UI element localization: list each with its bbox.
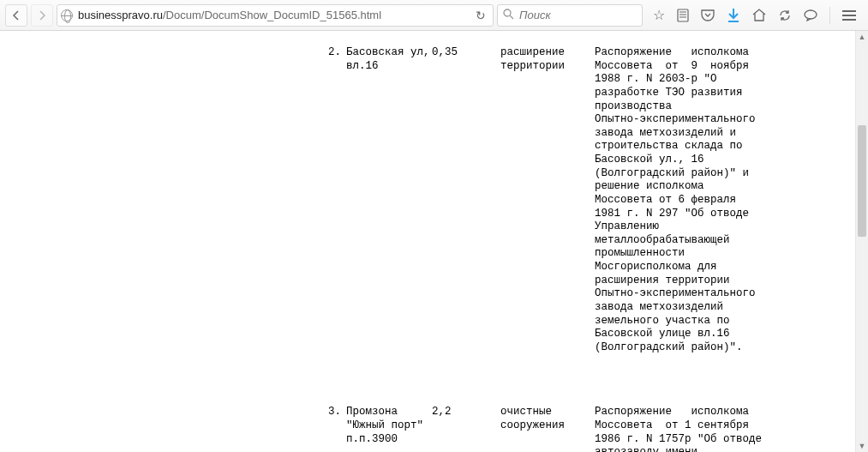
- spacer: [21, 46, 320, 354]
- row-number: 2.: [320, 46, 346, 354]
- svg-rect-2: [678, 9, 688, 21]
- table-row: 3. Промзона "Южный порт" п.п.3900 2,2 оч…: [21, 406, 847, 452]
- row-address: Промзона "Южный порт" п.п.3900: [346, 406, 432, 452]
- document-content: 2. Басовская ул, вл.16 0,35 расширение т…: [0, 31, 868, 452]
- globe-icon: [61, 9, 73, 21]
- chat-icon[interactable]: [804, 9, 817, 21]
- separator: [829, 7, 830, 24]
- row-value: 2,2: [432, 406, 500, 452]
- row-description: Распоряжение исполкома Моссовета от 1 се…: [595, 406, 800, 452]
- toolbar-icons: ☆: [646, 7, 863, 24]
- search-bar[interactable]: [497, 4, 643, 27]
- svg-point-0: [504, 9, 511, 16]
- bookmark-star-icon[interactable]: ☆: [653, 7, 665, 23]
- scroll-up-arrow[interactable]: ▲: [856, 31, 868, 43]
- row-value: 0,35: [432, 46, 500, 354]
- forward-button[interactable]: [31, 4, 53, 27]
- home-icon[interactable]: [752, 9, 766, 21]
- url-text: businesspravo.ru/Docum/DocumShow_DocumID…: [78, 9, 467, 21]
- back-button[interactable]: [5, 4, 27, 27]
- svg-line-1: [510, 15, 513, 19]
- reader-icon[interactable]: [677, 9, 689, 22]
- table-row: 2. Басовская ул, вл.16 0,35 расширение т…: [21, 46, 847, 354]
- row-address: Басовская ул, вл.16: [346, 46, 432, 354]
- reload-button[interactable]: ↻: [472, 9, 489, 22]
- row-description: Распоряжение исполкома Моссовета от 9 но…: [595, 46, 800, 354]
- address-bar[interactable]: businesspravo.ru/Docum/DocumShow_DocumID…: [57, 4, 494, 27]
- scroll-down-arrow[interactable]: ▼: [856, 440, 868, 452]
- row-number: 3.: [320, 406, 346, 452]
- row-purpose: очистные сооружения: [500, 406, 595, 452]
- search-icon: [503, 9, 514, 22]
- row-purpose: расширение территории: [500, 46, 595, 354]
- svg-point-7: [805, 10, 817, 19]
- vertical-scrollbar[interactable]: ▲ ▼: [855, 31, 868, 452]
- menu-icon[interactable]: [842, 10, 856, 21]
- spacer: [21, 406, 320, 452]
- scroll-thumb[interactable]: [858, 125, 866, 237]
- page-viewport: 2. Басовская ул, вл.16 0,35 расширение т…: [0, 31, 868, 452]
- browser-toolbar: businesspravo.ru/Docum/DocumShow_DocumID…: [0, 0, 868, 31]
- sync-icon[interactable]: [778, 9, 792, 22]
- search-input[interactable]: [519, 9, 637, 21]
- pocket-icon[interactable]: [701, 9, 715, 21]
- download-icon[interactable]: [727, 8, 740, 23]
